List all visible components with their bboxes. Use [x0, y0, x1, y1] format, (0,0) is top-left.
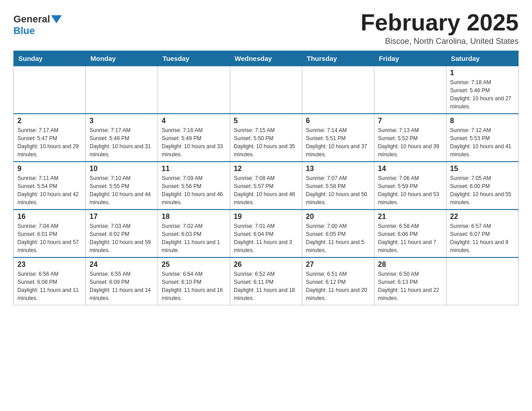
day-of-week-header: Monday [86, 51, 158, 66]
logo: General Blue [13, 13, 63, 37]
day-number: 18 [162, 213, 226, 221]
day-info: Sunrise: 7:05 AMSunset: 6:00 PMDaylight:… [450, 175, 511, 206]
day-of-week-header: Wednesday [230, 51, 302, 66]
day-of-week-header: Sunday [14, 51, 86, 66]
calendar-cell [302, 66, 374, 114]
day-info: Sunrise: 6:50 AMSunset: 6:13 PMDaylight:… [378, 271, 439, 301]
day-number: 10 [90, 165, 154, 173]
day-info: Sunrise: 6:54 AMSunset: 6:10 PMDaylight:… [162, 271, 223, 301]
day-number: 25 [162, 261, 226, 269]
day-number: 5 [234, 117, 298, 125]
calendar-cell: 18Sunrise: 7:02 AMSunset: 6:03 PMDayligh… [158, 210, 230, 257]
calendar-week-row: 1Sunrise: 7:18 AMSunset: 5:46 PMDaylight… [14, 66, 519, 114]
day-info: Sunrise: 7:14 AMSunset: 5:51 PMDaylight:… [306, 127, 367, 158]
calendar-cell [374, 66, 446, 114]
calendar-cell [86, 66, 158, 114]
calendar-cell: 11Sunrise: 7:09 AMSunset: 5:56 PMDayligh… [158, 162, 230, 210]
day-info: Sunrise: 6:57 AMSunset: 6:07 PMDaylight:… [450, 223, 508, 253]
calendar-cell: 27Sunrise: 6:51 AMSunset: 6:12 PMDayligh… [302, 257, 374, 305]
calendar-cell: 21Sunrise: 6:58 AMSunset: 6:06 PMDayligh… [374, 210, 446, 257]
calendar-cell: 16Sunrise: 7:04 AMSunset: 6:01 PMDayligh… [14, 210, 86, 257]
day-of-week-header: Saturday [446, 51, 519, 66]
calendar-cell: 10Sunrise: 7:10 AMSunset: 5:55 PMDayligh… [86, 162, 158, 210]
day-info: Sunrise: 7:04 AMSunset: 6:01 PMDaylight:… [17, 223, 79, 253]
calendar-cell: 26Sunrise: 6:52 AMSunset: 6:11 PMDayligh… [230, 257, 302, 305]
day-of-week-header: Friday [374, 51, 446, 66]
day-number: 8 [450, 117, 515, 125]
calendar-cell: 6Sunrise: 7:14 AMSunset: 5:51 PMDaylight… [302, 114, 374, 162]
calendar-week-row: 16Sunrise: 7:04 AMSunset: 6:01 PMDayligh… [14, 210, 519, 257]
day-number: 19 [234, 213, 298, 221]
day-info: Sunrise: 7:11 AMSunset: 5:54 PMDaylight:… [17, 175, 79, 206]
day-number: 7 [378, 117, 442, 125]
day-number: 6 [306, 117, 370, 125]
day-number: 9 [17, 165, 82, 173]
calendar-cell: 12Sunrise: 7:08 AMSunset: 5:57 PMDayligh… [230, 162, 302, 210]
day-info: Sunrise: 7:13 AMSunset: 5:52 PMDaylight:… [378, 127, 439, 158]
calendar-cell: 22Sunrise: 6:57 AMSunset: 6:07 PMDayligh… [446, 210, 519, 257]
day-of-week-header: Tuesday [158, 51, 230, 66]
day-number: 24 [90, 261, 154, 269]
day-number: 17 [90, 213, 154, 221]
day-info: Sunrise: 6:56 AMSunset: 6:08 PMDaylight:… [17, 271, 79, 301]
day-info: Sunrise: 6:55 AMSunset: 6:09 PMDaylight:… [90, 271, 151, 301]
calendar-cell [14, 66, 86, 114]
day-info: Sunrise: 7:06 AMSunset: 5:59 PMDaylight:… [378, 175, 439, 206]
day-of-week-header: Thursday [302, 51, 374, 66]
day-number: 28 [378, 261, 442, 269]
day-info: Sunrise: 7:17 AMSunset: 5:48 PMDaylight:… [90, 127, 151, 158]
calendar-cell: 19Sunrise: 7:01 AMSunset: 6:04 PMDayligh… [230, 210, 302, 257]
day-info: Sunrise: 7:03 AMSunset: 6:02 PMDaylight:… [90, 223, 151, 253]
day-number: 11 [162, 165, 226, 173]
day-info: Sunrise: 7:16 AMSunset: 5:49 PMDaylight:… [162, 127, 223, 158]
day-info: Sunrise: 7:12 AMSunset: 5:53 PMDaylight:… [450, 127, 511, 158]
calendar-cell: 13Sunrise: 7:07 AMSunset: 5:58 PMDayligh… [302, 162, 374, 210]
calendar-cell [446, 257, 519, 305]
day-number: 16 [17, 213, 82, 221]
day-number: 20 [306, 213, 370, 221]
day-number: 22 [450, 213, 515, 221]
location-text: Biscoe, North Carolina, United States [360, 37, 519, 46]
calendar-cell: 25Sunrise: 6:54 AMSunset: 6:10 PMDayligh… [158, 257, 230, 305]
title-block: February 2025 Biscoe, North Carolina, Un… [360, 9, 519, 46]
day-info: Sunrise: 7:17 AMSunset: 5:47 PMDaylight:… [17, 127, 79, 158]
day-info: Sunrise: 7:01 AMSunset: 6:04 PMDaylight:… [234, 223, 292, 253]
header-row: SundayMondayTuesdayWednesdayThursdayFrid… [14, 51, 519, 66]
day-info: Sunrise: 7:09 AMSunset: 5:56 PMDaylight:… [162, 175, 223, 206]
calendar-cell: 2Sunrise: 7:17 AMSunset: 5:47 PMDaylight… [14, 114, 86, 162]
calendar-cell: 15Sunrise: 7:05 AMSunset: 6:00 PMDayligh… [446, 162, 519, 210]
day-number: 21 [378, 213, 442, 221]
calendar-week-row: 23Sunrise: 6:56 AMSunset: 6:08 PMDayligh… [14, 257, 519, 305]
calendar-week-row: 9Sunrise: 7:11 AMSunset: 5:54 PMDaylight… [14, 162, 519, 210]
calendar-cell: 28Sunrise: 6:50 AMSunset: 6:13 PMDayligh… [374, 257, 446, 305]
calendar-cell: 24Sunrise: 6:55 AMSunset: 6:09 PMDayligh… [86, 257, 158, 305]
calendar-cell: 14Sunrise: 7:06 AMSunset: 5:59 PMDayligh… [374, 162, 446, 210]
day-info: Sunrise: 7:18 AMSunset: 5:46 PMDaylight:… [450, 79, 511, 110]
day-number: 23 [17, 261, 82, 269]
logo-blue-text: Blue [13, 25, 35, 36]
calendar-cell: 23Sunrise: 6:56 AMSunset: 6:08 PMDayligh… [14, 257, 86, 305]
day-number: 14 [378, 165, 442, 173]
day-info: Sunrise: 7:08 AMSunset: 5:57 PMDaylight:… [234, 175, 295, 206]
day-number: 15 [450, 165, 515, 173]
calendar-cell: 1Sunrise: 7:18 AMSunset: 5:46 PMDaylight… [446, 66, 519, 114]
calendar-cell: 7Sunrise: 7:13 AMSunset: 5:52 PMDaylight… [374, 114, 446, 162]
calendar-cell [158, 66, 230, 114]
day-number: 2 [17, 117, 82, 125]
calendar-cell: 3Sunrise: 7:17 AMSunset: 5:48 PMDaylight… [86, 114, 158, 162]
day-number: 26 [234, 261, 298, 269]
day-info: Sunrise: 6:52 AMSunset: 6:11 PMDaylight:… [234, 271, 295, 301]
calendar-week-row: 2Sunrise: 7:17 AMSunset: 5:47 PMDaylight… [14, 114, 519, 162]
day-number: 12 [234, 165, 298, 173]
day-info: Sunrise: 6:51 AMSunset: 6:12 PMDaylight:… [306, 271, 367, 301]
calendar-header: SundayMondayTuesdayWednesdayThursdayFrid… [14, 51, 519, 66]
logo-arrow-icon [51, 15, 62, 23]
calendar-cell: 17Sunrise: 7:03 AMSunset: 6:02 PMDayligh… [86, 210, 158, 257]
calendar-cell: 4Sunrise: 7:16 AMSunset: 5:49 PMDaylight… [158, 114, 230, 162]
calendar-cell: 9Sunrise: 7:11 AMSunset: 5:54 PMDaylight… [14, 162, 86, 210]
day-number: 4 [162, 117, 226, 125]
day-info: Sunrise: 7:07 AMSunset: 5:58 PMDaylight:… [306, 175, 367, 206]
day-number: 13 [306, 165, 370, 173]
calendar-cell: 5Sunrise: 7:15 AMSunset: 5:50 PMDaylight… [230, 114, 302, 162]
calendar-body: 1Sunrise: 7:18 AMSunset: 5:46 PMDaylight… [14, 66, 519, 305]
